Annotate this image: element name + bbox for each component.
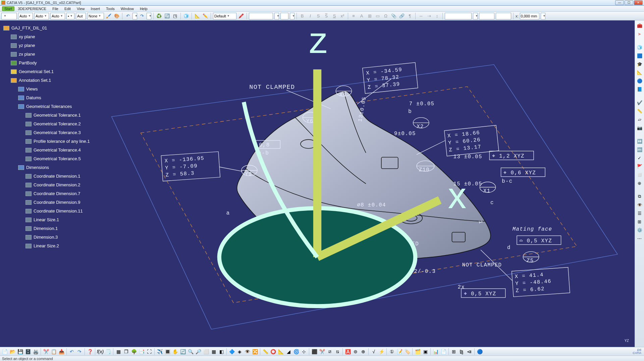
close-button[interactable]: ✕ bbox=[634, 0, 643, 5]
menu-tools[interactable]: Tools bbox=[103, 6, 117, 11]
strike-icon[interactable]: S bbox=[315, 13, 322, 19]
symbol-insert-icon[interactable]: Ω bbox=[382, 13, 389, 19]
tree-dims-group[interactable]: Dimensions bbox=[3, 163, 90, 172]
input1[interactable] bbox=[249, 13, 273, 19]
options-icon[interactable]: ⚙️ bbox=[636, 226, 643, 234]
char-icon[interactable]: ¶ bbox=[407, 13, 413, 19]
full-screen-icon[interactable]: ⛶ bbox=[146, 348, 153, 355]
bold-icon[interactable]: B bbox=[299, 13, 306, 19]
create-report-icon[interactable]: 📄 bbox=[440, 348, 447, 355]
tree-datums[interactable]: Datums bbox=[3, 94, 90, 102]
tree-partbody[interactable]: PartBody bbox=[3, 59, 90, 67]
tree-geotol1[interactable]: Geometrical Tolerance.1 bbox=[3, 111, 90, 120]
font-icon[interactable]: A bbox=[358, 13, 365, 19]
auto-dd[interactable]: Aut bbox=[76, 13, 86, 19]
constr-group-icon[interactable]: 🗂️ bbox=[414, 348, 421, 355]
menu-insert[interactable]: Insert bbox=[88, 6, 103, 11]
aligned-section-icon[interactable]: ⧅ bbox=[334, 348, 341, 355]
superscript-icon[interactable]: x² bbox=[339, 13, 346, 19]
restrict-area-icon[interactable]: ▣ bbox=[422, 348, 429, 355]
wireframe-icon[interactable]: ◈ bbox=[236, 348, 243, 355]
design-table-icon[interactable]: 🗒️ bbox=[105, 348, 111, 355]
feature-icon[interactable]: 🧊 bbox=[183, 13, 190, 19]
balloon-icon[interactable]: ① bbox=[388, 348, 395, 355]
weld-icon[interactable]: ⚡ bbox=[378, 348, 385, 355]
angle-icon[interactable]: 📐 bbox=[277, 348, 284, 355]
report-icon[interactable]: 📊 bbox=[432, 348, 439, 355]
menu-start[interactable]: Start bbox=[2, 6, 14, 11]
tree-geotol2[interactable]: Geometrical Tolerance.2 bbox=[3, 120, 90, 128]
compass[interactable]: z x bbox=[0, 20, 635, 347]
tree-views[interactable]: Views bbox=[3, 85, 90, 94]
tree-toggle-icon[interactable]: 🌳 bbox=[130, 348, 137, 355]
cut-icon[interactable]: ✂️ bbox=[43, 348, 49, 355]
capture-icon[interactable]: 📷 bbox=[636, 124, 643, 131]
formula-icon[interactable]: f(x) bbox=[97, 348, 104, 355]
chamfer-icon[interactable]: ◢ bbox=[285, 348, 292, 355]
mirror-icon[interactable]: ⧎ bbox=[458, 348, 465, 355]
grid-icon[interactable]: ⊞ bbox=[450, 348, 457, 355]
zoom-in-icon[interactable]: 🔍 bbox=[187, 348, 194, 355]
tile-icon[interactable]: ▦ bbox=[115, 348, 122, 355]
axis-icon[interactable]: ◳ bbox=[172, 13, 178, 19]
fit-all-icon[interactable]: 🔳 bbox=[164, 348, 171, 355]
section-icon[interactable]: ✂️ bbox=[319, 348, 325, 355]
tree-geotol-group[interactable]: Geometrical Tolerances bbox=[3, 102, 90, 111]
menu-view[interactable]: View bbox=[74, 6, 88, 11]
list-icon[interactable]: ☰ bbox=[636, 209, 643, 217]
input2[interactable] bbox=[280, 13, 288, 19]
sketch-icon[interactable]: ✏️ bbox=[202, 13, 209, 19]
symbol-dd[interactable]: •▼ bbox=[66, 13, 74, 19]
help-icon[interactable]: ❓ bbox=[87, 348, 93, 355]
select-arrow-icon[interactable]: ➤ bbox=[636, 30, 643, 38]
tree-dim5[interactable]: Coordinate Dimension.11 bbox=[3, 207, 90, 216]
tree-annoset[interactable]: Annotation Set.1 bbox=[3, 76, 90, 85]
transparency-dd[interactable]: None▼ bbox=[87, 13, 104, 19]
text-icon[interactable]: 🔤 bbox=[636, 146, 643, 153]
new-icon[interactable]: 📄 bbox=[1, 348, 8, 355]
copy-icon[interactable]: 📋 bbox=[50, 348, 57, 355]
frame-icon[interactable]: ▭ bbox=[374, 13, 381, 19]
print-icon[interactable]: 🖨️ bbox=[32, 348, 39, 355]
menu-window[interactable]: Window bbox=[118, 6, 137, 11]
tree-dim6[interactable]: Linear Size.1 bbox=[3, 216, 90, 224]
tree-dim3[interactable]: Coordinate Dimension.7 bbox=[3, 189, 90, 198]
datum-icon[interactable]: ◻️ bbox=[636, 171, 643, 178]
undo-icon[interactable]: ↶ bbox=[124, 13, 131, 19]
upper-tol-input[interactable] bbox=[479, 13, 494, 19]
datum-target-icon[interactable]: ⊚ bbox=[352, 348, 359, 355]
measure-item-icon[interactable]: 📐 bbox=[194, 13, 201, 19]
menu-edit[interactable]: Edit bbox=[62, 6, 73, 11]
input2-dd[interactable]: ▼ bbox=[290, 13, 294, 19]
tree-geotol4[interactable]: Geometrical Tolerance.4 bbox=[3, 146, 90, 155]
mirror2-icon[interactable]: ⧏ bbox=[466, 348, 473, 355]
tree-geotol3[interactable]: Geometrical Tolerance.3 bbox=[3, 128, 90, 137]
view-icon[interactable]: 👁️ bbox=[636, 201, 643, 208]
offset-section-icon[interactable]: ⧄ bbox=[326, 348, 333, 355]
rotate-icon[interactable]: 🔄 bbox=[179, 348, 186, 355]
render-style-dd[interactable]: Default▼ bbox=[213, 13, 236, 19]
tree-geoset[interactable]: Geometrical Set.1 bbox=[3, 67, 90, 76]
cascade-icon[interactable]: ❐ bbox=[123, 348, 129, 355]
tree-root[interactable]: GAJ_FTX_DIL_01 bbox=[3, 24, 90, 33]
annotation-plane-icon[interactable]: ▱ bbox=[636, 116, 643, 123]
coord-icon[interactable]: 📏 bbox=[636, 107, 643, 115]
linetype-auto-dd[interactable]: Auto▼ bbox=[18, 13, 33, 19]
redo-icon[interactable]: ↷ bbox=[139, 13, 145, 19]
more-icon[interactable]: ⋯ bbox=[636, 235, 643, 242]
shading-icon[interactable]: 🔷 bbox=[228, 348, 235, 355]
multi-view-icon[interactable]: ▦ bbox=[210, 348, 217, 355]
point-auto-dd[interactable]: Auto▼ bbox=[50, 13, 65, 19]
graphic-properties-dd[interactable]: ▼ bbox=[1, 13, 17, 19]
x-dd[interactable]: ▼ bbox=[541, 13, 545, 19]
analysis-icon[interactable]: 🔵 bbox=[636, 77, 643, 84]
tree-zx-plane[interactable]: zx plane bbox=[3, 50, 90, 59]
shape-icon[interactable]: 🟦 bbox=[636, 52, 643, 59]
tolerance-dd[interactable]: ▼ bbox=[473, 13, 478, 19]
minimize-button[interactable]: — bbox=[615, 0, 624, 5]
workbench-icon[interactable]: 🧰 bbox=[636, 22, 643, 29]
pan-icon[interactable]: ✋ bbox=[172, 348, 178, 355]
link-icon[interactable]: 🔗 bbox=[398, 13, 405, 19]
datum-feature-icon[interactable]: 🅰️ bbox=[344, 348, 351, 355]
dimension-icon[interactable]: ↔️ bbox=[636, 137, 643, 145]
